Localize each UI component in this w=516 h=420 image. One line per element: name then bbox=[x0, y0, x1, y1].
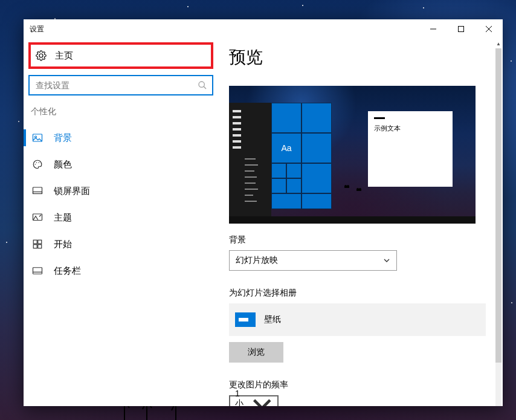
maximize-icon bbox=[458, 26, 464, 32]
titlebar: 设置 bbox=[24, 19, 503, 39]
taskbar-icon bbox=[32, 265, 43, 276]
album-label: 为幻灯片选择相册 bbox=[229, 288, 466, 299]
search-icon bbox=[198, 80, 207, 90]
svg-point-20 bbox=[35, 164, 36, 165]
sidebar-item-start[interactable]: 开始 bbox=[24, 231, 218, 257]
svg-point-22 bbox=[39, 162, 40, 163]
picture-icon bbox=[32, 132, 43, 143]
settings-window: 设置 ▲ 主页 bbox=[24, 19, 503, 406]
svg-rect-13 bbox=[459, 27, 464, 32]
preview-aa-label: Aa bbox=[281, 143, 291, 153]
gear-icon bbox=[36, 50, 47, 61]
background-dropdown[interactable]: 幻灯片放映 bbox=[229, 250, 397, 271]
sidebar-item-colors[interactable]: 颜色 bbox=[24, 151, 218, 178]
svg-rect-27 bbox=[38, 240, 42, 244]
sidebar-item-label: 背景 bbox=[54, 132, 72, 144]
lockscreen-icon bbox=[32, 186, 43, 196]
sidebar-item-label: 锁屏界面 bbox=[54, 186, 90, 197]
camel-icon bbox=[356, 186, 362, 192]
window-title: 设置 bbox=[30, 24, 44, 34]
sidebar-item-taskbar[interactable]: 任务栏 bbox=[24, 257, 218, 284]
category-label: 个性化 bbox=[31, 106, 218, 117]
minimize-button[interactable] bbox=[419, 19, 447, 39]
maximize-button[interactable] bbox=[447, 19, 475, 39]
sidebar: 主页 个性化 背景 颜色 bbox=[24, 39, 218, 406]
svg-rect-29 bbox=[38, 245, 42, 248]
svg-rect-26 bbox=[33, 240, 37, 244]
home-label: 主页 bbox=[55, 50, 73, 62]
svg-point-21 bbox=[36, 162, 37, 163]
sidebar-item-background[interactable]: 背景 bbox=[24, 124, 218, 151]
close-button[interactable] bbox=[475, 19, 503, 39]
sidebar-item-label: 任务栏 bbox=[54, 265, 81, 277]
chevron-down-icon bbox=[250, 392, 274, 406]
scrollbar-thumb[interactable] bbox=[495, 48, 501, 363]
preview-heading: 预览 bbox=[229, 46, 466, 69]
svg-line-17 bbox=[204, 86, 206, 89]
content-pane: 预览 bbox=[218, 39, 503, 406]
close-icon bbox=[486, 26, 492, 32]
start-icon bbox=[32, 239, 43, 250]
sidebar-item-label: 开始 bbox=[54, 239, 72, 250]
window-controls bbox=[419, 19, 503, 39]
search-field[interactable] bbox=[28, 75, 213, 95]
frequency-dropdown[interactable]: 1 小时 bbox=[229, 395, 279, 406]
preview-sample-text: 示例文本 bbox=[374, 124, 447, 133]
minimize-icon bbox=[430, 26, 436, 32]
sidebar-item-themes[interactable]: 主题 bbox=[24, 204, 218, 231]
scrollbar-up-icon[interactable]: ▲ bbox=[494, 39, 503, 48]
background-dropdown-value: 幻灯片放映 bbox=[236, 255, 278, 266]
preview-sample-window: 示例文本 bbox=[368, 111, 453, 187]
svg-point-16 bbox=[199, 82, 204, 87]
album-row[interactable]: 壁纸 bbox=[229, 303, 486, 336]
preview-start-panel bbox=[229, 103, 271, 216]
background-label: 背景 bbox=[229, 234, 466, 245]
home-button[interactable]: 主页 bbox=[28, 42, 213, 69]
svg-rect-30 bbox=[33, 268, 42, 274]
frequency-label: 更改图片的频率 bbox=[229, 380, 466, 390]
preview-taskbar bbox=[229, 216, 476, 224]
palette-icon bbox=[32, 159, 43, 170]
sidebar-item-lockscreen[interactable]: 锁屏界面 bbox=[24, 178, 218, 204]
sidebar-item-label: 主题 bbox=[54, 212, 72, 224]
frequency-value: 1 小时 bbox=[235, 389, 250, 406]
album-thumb-icon bbox=[235, 312, 256, 327]
sidebar-item-label: 颜色 bbox=[54, 159, 72, 170]
desktop-preview: Aa 示例文本 bbox=[229, 86, 476, 224]
camel-icon bbox=[344, 183, 350, 189]
preview-tiles: Aa bbox=[271, 103, 332, 216]
svg-rect-24 bbox=[33, 192, 42, 194]
browse-button[interactable]: 浏览 bbox=[229, 342, 283, 363]
svg-rect-23 bbox=[33, 187, 42, 194]
album-value: 壁纸 bbox=[264, 314, 281, 325]
themes-icon bbox=[32, 212, 43, 223]
search-input[interactable] bbox=[34, 80, 198, 91]
svg-rect-28 bbox=[33, 245, 37, 248]
chevron-down-icon bbox=[383, 257, 390, 264]
